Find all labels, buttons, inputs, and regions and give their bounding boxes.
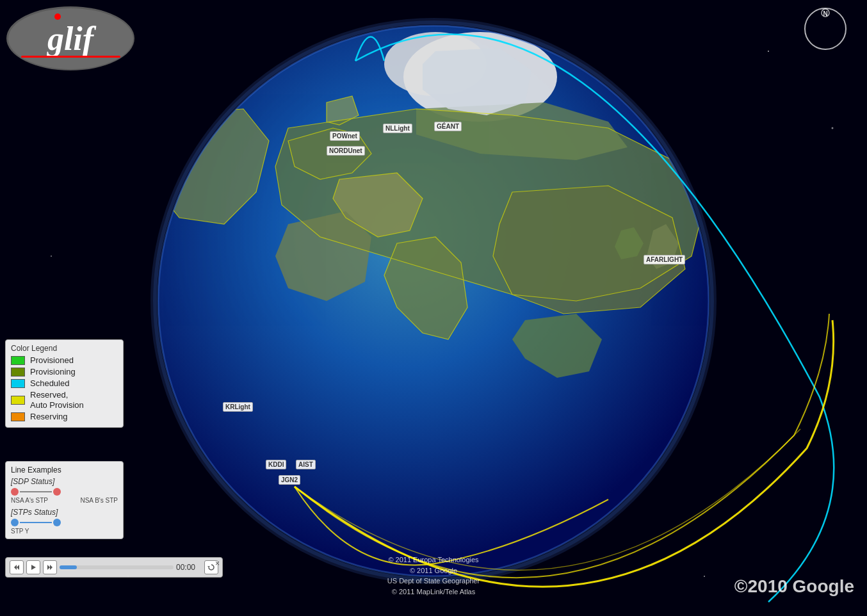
scheduled-swatch — [11, 379, 25, 388]
label-aist: AIST — [296, 460, 316, 469]
legend-reserved-auto: Reserved,Auto Provision — [11, 390, 118, 410]
label-nordunet: NORDUnet — [327, 146, 365, 156]
stps-line-row — [11, 519, 118, 526]
svg-point-5 — [704, 576, 705, 577]
dot-nsa-a — [11, 488, 19, 496]
label-jgn2: JGN2 — [279, 475, 300, 485]
sdp-status-label: [SDP Status] — [11, 477, 118, 486]
legend-scheduled: Scheduled — [11, 378, 118, 388]
dot-stp-left — [11, 519, 19, 526]
svg-marker-22 — [50, 565, 53, 570]
media-time-display: 00:00 — [176, 563, 202, 572]
compass: N — [803, 6, 848, 51]
logo-text: glif — [47, 20, 93, 58]
glif-logo: glif — [6, 6, 134, 70]
stps-connector-line — [20, 522, 52, 523]
label-powernet: POWnet — [330, 131, 360, 141]
legend-title: Color Legend — [11, 344, 118, 353]
reserving-swatch — [11, 412, 25, 421]
color-legend: Color Legend Provisioned Provisioning Sc… — [5, 339, 124, 428]
svg-marker-23 — [207, 566, 210, 567]
media-rewind-button[interactable] — [10, 560, 24, 574]
label-kddi: KDDI — [266, 460, 286, 469]
svg-point-4 — [832, 127, 834, 129]
media-progress-bar[interactable] — [60, 565, 174, 569]
label-afarlight: AFARLIGHT — [644, 255, 685, 264]
label-nllight: NLLight — [383, 124, 412, 133]
dot-nsa-b — [53, 488, 61, 496]
label-geant: GÉANT — [434, 122, 462, 131]
sdp-connector-line — [20, 491, 52, 492]
map-credits: © 2011 Europa Technologies © 2011 Google… — [387, 555, 480, 597]
svg-marker-21 — [47, 565, 50, 570]
globe-container — [0, 0, 867, 616]
line-examples: Line Examples [SDP Status] NSA A's STP N… — [5, 461, 124, 539]
stps-status-label: [STPs Status] — [11, 508, 118, 517]
media-step-button[interactable] — [43, 560, 57, 574]
media-controls: × 00:00 — [5, 557, 223, 578]
provisioned-swatch — [11, 356, 25, 365]
label-krlight: KRLight — [223, 402, 253, 412]
media-play-button[interactable] — [26, 560, 40, 574]
legend-provisioned: Provisioned — [11, 355, 118, 365]
stp-labels: NSA A's STP NSA B's STP — [11, 497, 118, 504]
svg-marker-20 — [31, 565, 36, 570]
svg-marker-18 — [17, 565, 19, 570]
sdp-line-row — [11, 488, 118, 496]
provisioning-swatch — [11, 368, 25, 377]
dot-stp-right — [53, 519, 61, 526]
legend-reserving: Reserving — [11, 412, 118, 421]
media-progress-fill — [60, 565, 77, 569]
logo-underline — [21, 56, 120, 58]
svg-marker-19 — [14, 565, 17, 570]
svg-point-7 — [51, 255, 52, 257]
media-close-button[interactable]: × — [215, 559, 220, 568]
reserved-swatch — [11, 396, 25, 405]
stp-y-label: STP Y — [11, 528, 118, 535]
google-watermark: ©2010 Google — [734, 576, 854, 597]
svg-text:N: N — [823, 10, 827, 17]
line-examples-title: Line Examples — [11, 466, 118, 474]
logo-dot — [54, 13, 61, 20]
svg-point-3 — [768, 51, 769, 52]
legend-provisioning: Provisioning — [11, 367, 118, 377]
